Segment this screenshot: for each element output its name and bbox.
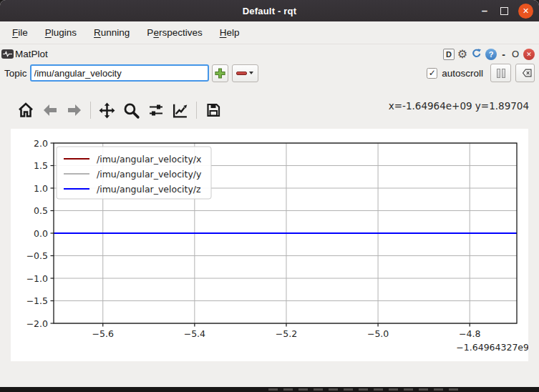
svg-text:−2.0: −2.0 [26, 318, 48, 329]
legend-entry: /imu/angular_velocity/x [97, 154, 201, 165]
plugin-minimize-icon[interactable]: - [500, 49, 508, 60]
pan-icon [98, 102, 116, 119]
svg-text:−1.0: −1.0 [26, 273, 48, 284]
svg-text:0.0: 0.0 [34, 228, 48, 239]
plot-canvas[interactable]: −5.6−5.4−5.2−5.0−4.82.01.51.00.50.0−0.5−… [11, 129, 528, 361]
help-icon[interactable]: ? [485, 49, 497, 60]
remove-topic-button[interactable] [232, 64, 258, 82]
menu-item-file[interactable]: File [4, 24, 36, 41]
zoom-button[interactable] [122, 99, 141, 121]
topic-input[interactable] [30, 64, 209, 82]
configure-subplots-button[interactable] [146, 99, 165, 121]
legend-entry: /imu/angular_velocity/y [97, 169, 202, 180]
background-window-strip [0, 387, 539, 392]
svg-text:2.0: 2.0 [34, 138, 48, 149]
svg-text:−0.5: −0.5 [26, 250, 48, 261]
menu-item-running[interactable]: Running [86, 24, 137, 41]
window-maximize-button[interactable] [500, 7, 508, 15]
pause-button[interactable] [490, 64, 511, 82]
svg-text:−1.5: −1.5 [26, 295, 48, 306]
titlebar[interactable]: Default - rqt – ✕ [0, 0, 539, 21]
window-title: Default - rqt [243, 6, 297, 16]
home-icon [17, 102, 34, 119]
svg-text:−5.4: −5.4 [184, 328, 205, 339]
pause-icon [497, 69, 500, 78]
menubar-items: FilePluginsRunningPerspectivesHelp [0, 21, 539, 44]
menu-item-help[interactable]: Help [212, 24, 248, 41]
topic-label: Topic [4, 68, 27, 79]
window-close-button[interactable]: ✕ [518, 4, 533, 19]
window-minimize-button[interactable]: – [479, 7, 490, 14]
matplot-waveform-icon [1, 49, 14, 59]
line-chart-icon [171, 102, 189, 119]
autoscroll-checkbox[interactable]: ✓ [427, 68, 437, 79]
cursor-coords-readout: x=-1.64964e+09 y=1.89704 [389, 100, 529, 112]
plugin-titlebar: MatPlot D ⚙ ? - O ✕ [0, 45, 539, 63]
background-window-text-blur [268, 388, 458, 391]
plus-icon [214, 67, 226, 79]
dropdown-arrow-icon [249, 72, 253, 74]
window-controls: – ✕ [479, 0, 533, 21]
edit-axes-button[interactable] [170, 99, 190, 121]
toolbar-separator [90, 102, 91, 119]
plugin-float-icon[interactable]: O [510, 49, 520, 59]
back-button[interactable] [40, 99, 59, 121]
red-minus-icon [236, 72, 247, 75]
svg-text:−5.0: −5.0 [367, 328, 389, 339]
svg-text:−5.2: −5.2 [276, 328, 297, 339]
forward-arrow-icon [66, 102, 83, 119]
menu-item-perspectives[interactable]: Perspectives [139, 24, 210, 41]
plugin-title: MatPlot [15, 49, 48, 59]
settings-gear-icon[interactable]: ⚙ [457, 49, 467, 60]
dock-icon[interactable]: D [443, 49, 455, 60]
pan-button[interactable] [97, 99, 117, 121]
svg-text:−1.64964327e9: −1.64964327e9 [456, 342, 528, 353]
back-arrow-icon [42, 102, 59, 119]
rqt-window: Default - rqt – ✕ FilePluginsRunningPers… [0, 0, 539, 387]
plugin-controls: D ⚙ ? - O ✕ [443, 48, 535, 60]
topic-row-right: ✓ autoscroll [427, 64, 535, 82]
sliders-icon [147, 102, 165, 119]
svg-text:−5.6: −5.6 [92, 328, 114, 339]
reload-icon[interactable] [470, 48, 482, 60]
save-button[interactable] [203, 99, 223, 121]
svg-text:1.0: 1.0 [34, 183, 48, 194]
backspace-icon [519, 68, 532, 78]
forward-button[interactable] [64, 99, 84, 121]
menu-item-plugins[interactable]: Plugins [37, 24, 84, 41]
svg-text:1.5: 1.5 [34, 160, 48, 171]
plot-svg[interactable]: −5.6−5.4−5.2−5.0−4.82.01.51.00.50.0−0.5−… [11, 129, 528, 361]
legend-entry: /imu/angular_velocity/z [97, 184, 201, 195]
autoscroll-label: autoscroll [442, 68, 483, 79]
magnifier-icon [122, 102, 140, 119]
home-button[interactable] [16, 99, 35, 121]
svg-text:−4.8: −4.8 [459, 328, 480, 339]
clear-button[interactable] [515, 64, 535, 82]
floppy-save-icon [205, 102, 222, 119]
plugin-close-icon[interactable]: ✕ [523, 49, 535, 60]
topic-row: Topic ✓ autoscroll [0, 63, 539, 83]
mpl-toolbar [16, 97, 223, 123]
screen: Default - rqt – ✕ FilePluginsRunningPers… [0, 0, 539, 392]
svg-text:0.5: 0.5 [34, 205, 48, 216]
add-topic-button[interactable] [212, 64, 228, 82]
